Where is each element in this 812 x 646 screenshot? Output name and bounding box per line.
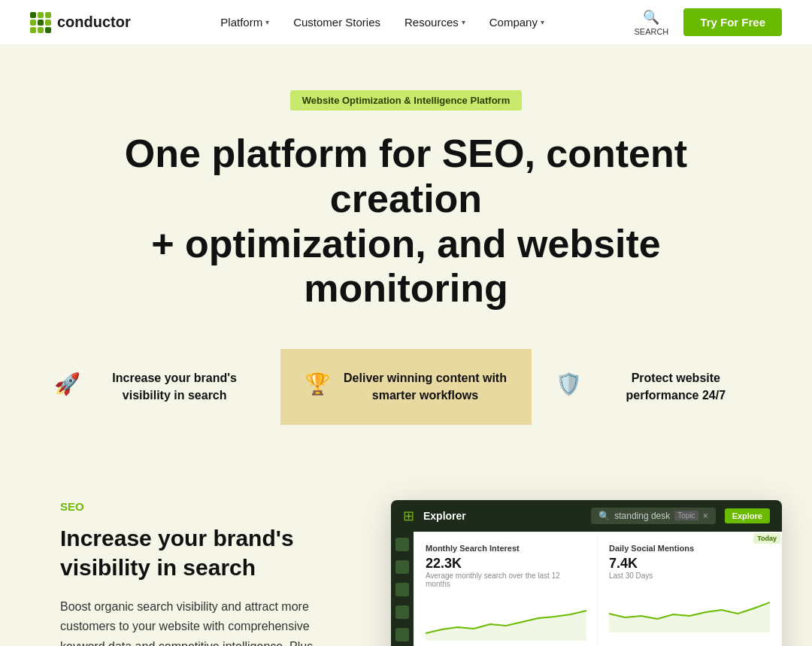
social-mentions-title: Daily Social Mentions — [609, 544, 770, 553]
chevron-down-icon: ▾ — [462, 18, 465, 26]
monthly-search-chart — [426, 596, 586, 641]
sidebar-icon — [395, 538, 409, 551]
nav-customer-stories[interactable]: Customer Stories — [293, 16, 380, 29]
section-label: SEO — [60, 500, 346, 513]
hero-title: One platform for SEO, content creation +… — [120, 132, 692, 311]
dashboard-panel: ⊞ Explorer 🔍 standing desk Topic × Explo… — [391, 500, 782, 646]
sidebar-icon — [395, 560, 409, 574]
content-left: SEO Increase your brand's visibility in … — [60, 500, 346, 646]
monthly-search-title: Monthly Search Interest — [426, 544, 586, 553]
content-right: ⊞ Explorer 🔍 standing desk Topic × Explo… — [391, 500, 782, 646]
shield-icon: 🛡️ — [556, 372, 582, 396]
dashboard-body: Monthly Search Interest 22.3K Average mo… — [391, 532, 782, 646]
sidebar-icon — [395, 605, 409, 619]
navbar: conductor Platform ▾ Customer Stories Re… — [0, 0, 812, 45]
monthly-search-value: 22.3K — [426, 556, 586, 572]
nav-resources[interactable]: Resources ▾ — [404, 16, 465, 29]
logo[interactable]: conductor — [30, 12, 131, 33]
logo-text: conductor — [57, 14, 131, 31]
monthly-search-panel: Monthly Search Interest 22.3K Average mo… — [415, 533, 597, 646]
close-icon: × — [703, 511, 708, 521]
feature-cards: 🚀 Increase your brand's visibility in se… — [15, 349, 797, 425]
sidebar-icon — [395, 628, 409, 641]
dashboard-sidebar — [391, 532, 414, 646]
hero-section: Website Optimization & Intelligence Plat… — [0, 45, 812, 455]
topic-badge: Topic — [674, 511, 698, 520]
nav-platform[interactable]: Platform ▾ — [220, 16, 269, 29]
search-button[interactable]: 🔍 SEARCH — [634, 9, 668, 36]
dashboard-title: Explorer — [423, 510, 582, 522]
nav-company[interactable]: Company ▾ — [489, 16, 544, 29]
feature-card-content[interactable]: 🏆 Deliver winning content with smarter w… — [280, 349, 531, 425]
social-mentions-value: 7.4K — [609, 556, 770, 572]
monthly-search-sub: Average monthly search over the last 12 … — [426, 572, 586, 588]
nav-actions: 🔍 SEARCH Try For Free — [634, 8, 782, 36]
content-title: Increase your brand's visibility in sear… — [60, 523, 346, 582]
hero-badge: Website Optimization & Intelligence Plat… — [290, 90, 522, 111]
nav-links: Platform ▾ Customer Stories Resources ▾ … — [220, 16, 544, 29]
dashboard-content: Monthly Search Interest 22.3K Average mo… — [414, 532, 782, 646]
conductor-logo-icon: ⊞ — [403, 508, 414, 524]
content-body: Boost organic search visibility and attr… — [60, 597, 346, 646]
social-mentions-panel: Daily Social Mentions 7.4K Last 30 Days … — [598, 533, 780, 646]
trophy-icon: 🏆 — [304, 372, 331, 396]
dashboard-topbar: ⊞ Explorer 🔍 standing desk Topic × Explo… — [391, 500, 782, 532]
main-content: SEO Increase your brand's visibility in … — [0, 455, 812, 646]
chevron-down-icon: ▾ — [265, 18, 269, 26]
today-badge: Today — [753, 533, 780, 544]
feature-card-seo[interactable]: 🚀 Increase your brand's visibility in se… — [30, 349, 280, 425]
feature-card-monitoring[interactable]: 🛡️ Protect website performance 24/7 — [532, 349, 782, 425]
social-mentions-sub: Last 30 Days — [609, 572, 770, 580]
try-free-button[interactable]: Try For Free — [683, 8, 782, 36]
search-icon: 🔍 — [643, 9, 659, 26]
search-icon: 🔍 — [598, 511, 610, 521]
rocket-icon: 🚀 — [54, 372, 80, 396]
dashboard-grid: Monthly Search Interest 22.3K Average mo… — [414, 532, 782, 646]
logo-grid — [30, 12, 51, 33]
dashboard-search[interactable]: 🔍 standing desk Topic × — [591, 508, 715, 524]
chevron-down-icon: ▾ — [541, 18, 544, 26]
explore-button[interactable]: Explore — [725, 508, 770, 523]
social-mentions-chart — [609, 587, 770, 632]
sidebar-icon — [395, 583, 409, 596]
